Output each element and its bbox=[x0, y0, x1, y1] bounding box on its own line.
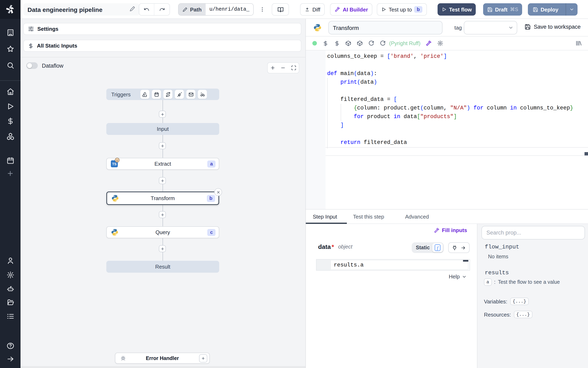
package-icon[interactable] bbox=[345, 40, 351, 46]
folders-icon[interactable] bbox=[6, 298, 14, 306]
diff-button[interactable]: Diff bbox=[300, 3, 325, 16]
tab-test-this-step[interactable]: Test this step bbox=[353, 210, 384, 224]
draft-button[interactable]: Draft ⌘S bbox=[483, 3, 522, 16]
query-node[interactable]: Query c bbox=[106, 226, 219, 238]
add-step-button[interactable] bbox=[159, 142, 166, 149]
schedule-icon[interactable] bbox=[152, 90, 161, 99]
transform-node[interactable]: Transform b bbox=[106, 192, 219, 205]
websocket-icon[interactable] bbox=[175, 90, 184, 99]
library-icon[interactable] bbox=[575, 40, 581, 46]
editor-scrollbar-thumb[interactable] bbox=[584, 152, 588, 155]
help-toggle[interactable]: Help bbox=[449, 274, 467, 280]
fill-inputs-label: Fill inputs bbox=[442, 227, 467, 233]
fill-inputs-button[interactable]: Fill inputs bbox=[434, 227, 467, 233]
result-node[interactable]: Result bbox=[106, 261, 219, 273]
audit-logs-icon[interactable] bbox=[6, 312, 14, 320]
edit-title-icon[interactable] bbox=[130, 6, 135, 13]
results-section[interactable]: results bbox=[485, 269, 509, 276]
expression-input[interactable]: results.a bbox=[331, 260, 468, 270]
diff-label: Diff bbox=[312, 6, 320, 12]
resources-expand-badge[interactable]: {...} bbox=[514, 311, 532, 318]
tab-advanced[interactable]: Advanced bbox=[405, 210, 429, 224]
dataflow-toggle[interactable] bbox=[26, 62, 38, 69]
path-value-input[interactable]: u/henri/data_ bbox=[206, 4, 253, 15]
result-key-badge[interactable]: a bbox=[484, 278, 492, 286]
email-icon[interactable] bbox=[186, 90, 195, 99]
search-prop-input[interactable]: Search prop... bbox=[482, 226, 585, 239]
poll-icon[interactable] bbox=[198, 90, 207, 99]
add-step-button[interactable] bbox=[159, 177, 166, 184]
arrow-right-icon[interactable] bbox=[461, 245, 466, 250]
expression-editor[interactable]: results.a bbox=[316, 259, 470, 271]
variables-expand-badge[interactable]: {...} bbox=[510, 298, 529, 305]
variables-icon[interactable] bbox=[6, 117, 14, 125]
docs-button[interactable] bbox=[272, 3, 289, 16]
windmill-logo[interactable] bbox=[0, 0, 20, 19]
test-flow-button[interactable]: Test flow bbox=[437, 3, 476, 16]
add-step-button[interactable] bbox=[159, 245, 166, 252]
undo-button[interactable] bbox=[139, 3, 154, 16]
expression-scrollbar-thumb[interactable] bbox=[463, 260, 468, 262]
tag-select[interactable] bbox=[464, 21, 517, 35]
fit-view-icon[interactable] bbox=[291, 65, 296, 71]
webhook-icon[interactable] bbox=[140, 90, 149, 99]
sidebar-divider bbox=[0, 80, 20, 81]
home-icon[interactable] bbox=[6, 87, 14, 96]
step-input-content: Fill inputs data * object Static f bbox=[306, 224, 477, 368]
search-icon[interactable] bbox=[6, 61, 14, 69]
add-step-button[interactable] bbox=[159, 211, 166, 218]
all-static-inputs-button[interactable]: All Static Inputs bbox=[23, 40, 301, 52]
reset-icon[interactable] bbox=[368, 40, 374, 46]
remove-step-button[interactable] bbox=[214, 188, 222, 196]
input-mode-toggle[interactable]: Static f bbox=[412, 242, 444, 253]
flow-settings-button[interactable]: Settings bbox=[23, 23, 301, 35]
flow-title[interactable]: Data engineering pipeline bbox=[23, 3, 140, 16]
resources-icon[interactable] bbox=[6, 132, 14, 140]
settings-icon[interactable] bbox=[6, 271, 14, 279]
schedules-icon[interactable] bbox=[6, 156, 14, 165]
canvas-scrollbar[interactable] bbox=[20, 366, 305, 368]
deploy-dropdown-button[interactable] bbox=[566, 3, 578, 16]
input-node[interactable]: Input bbox=[106, 123, 219, 135]
path-editor[interactable]: Path u/henri/data_ bbox=[178, 3, 254, 16]
ai-builder-button[interactable]: AI Builder bbox=[330, 3, 372, 16]
path-label-segment[interactable]: Path bbox=[179, 4, 206, 15]
more-menu-button[interactable] bbox=[258, 3, 267, 16]
favorites-icon[interactable] bbox=[6, 45, 14, 53]
ai-fix-icon[interactable] bbox=[426, 40, 432, 46]
account-icon[interactable] bbox=[6, 256, 14, 265]
reload-icon[interactable] bbox=[380, 40, 386, 46]
step-name-input[interactable]: Transform bbox=[328, 21, 443, 35]
runs-icon[interactable] bbox=[6, 102, 14, 110]
error-handler-node[interactable]: Error Handler bbox=[115, 353, 210, 364]
test-up-to-button[interactable]: Test up to b bbox=[377, 3, 427, 16]
variables-dollar-icon[interactable] bbox=[334, 40, 340, 46]
tab-step-input[interactable]: Step Input bbox=[313, 210, 337, 224]
expression-mode-button[interactable]: f bbox=[432, 243, 443, 252]
triggers-node[interactable]: Triggers bbox=[106, 89, 219, 100]
help-icon[interactable] bbox=[6, 341, 14, 350]
deploy-button[interactable]: Deploy bbox=[528, 3, 578, 16]
zoom-in-icon[interactable] bbox=[270, 65, 275, 71]
static-inputs-dollar-icon[interactable] bbox=[322, 40, 328, 46]
props-panel: Search prop... flow_input No items resul… bbox=[477, 224, 588, 368]
create-icon[interactable] bbox=[6, 169, 14, 177]
deploy-main[interactable]: Deploy bbox=[528, 3, 563, 16]
ai-agents-icon[interactable] bbox=[6, 285, 14, 293]
workspaces-icon[interactable] bbox=[6, 28, 14, 37]
code-editor[interactable]: columns_to_keep = ['brand', 'price'] def… bbox=[306, 50, 588, 210]
plug-icon[interactable] bbox=[452, 245, 457, 250]
save-to-workspace-button[interactable]: Save to workspace bbox=[525, 24, 581, 30]
redo-button[interactable] bbox=[154, 3, 170, 16]
expand-sidebar-icon[interactable] bbox=[6, 355, 14, 363]
add-step-button[interactable] bbox=[159, 111, 166, 118]
package-icon[interactable] bbox=[357, 40, 363, 46]
code-content[interactable]: columns_to_keep = ['brand', 'price'] def… bbox=[327, 52, 583, 147]
flow-input-section[interactable]: flow_input bbox=[485, 244, 519, 250]
extract-node[interactable]: TS Extract a bbox=[106, 158, 219, 170]
zoom-out-icon[interactable] bbox=[281, 65, 286, 71]
flow-canvas: Settings All Static Inputs Dataflow Trig… bbox=[20, 19, 306, 368]
result-item[interactable]: a : Test the flow to see a value bbox=[484, 278, 560, 286]
editor-settings-icon[interactable] bbox=[437, 40, 444, 46]
http-route-icon[interactable] bbox=[163, 90, 172, 99]
